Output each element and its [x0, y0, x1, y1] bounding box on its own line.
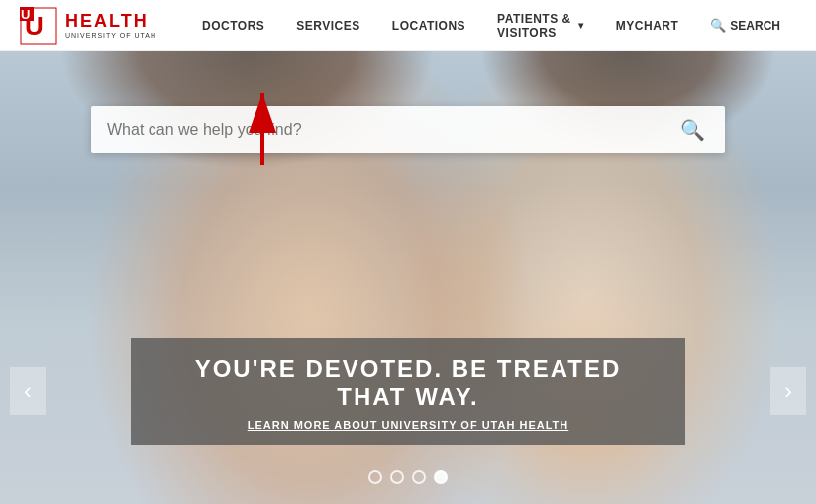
slideshow-dot-2[interactable] [390, 470, 404, 484]
search-icon: 🔍 [710, 18, 726, 33]
slideshow-next-button[interactable]: › [770, 367, 806, 415]
logo-university-label: UNIVERSITY OF UTAH [65, 32, 156, 40]
hero-title: YOU'RE DEVOTED. BE TREATED THAT WAY. [170, 355, 646, 411]
nav-item-locations[interactable]: LOCATIONS [376, 0, 481, 51]
slideshow-dot-3[interactable] [412, 470, 426, 484]
svg-text:U: U [21, 7, 30, 22]
search-bar: 🔍 [91, 106, 725, 153]
nav-item-doctors[interactable]: DOCTORS [186, 0, 280, 51]
logo[interactable]: U U HEALTH UNIVERSITY OF UTAH [20, 7, 156, 45]
slideshow-prev-button[interactable]: ‹ [10, 367, 46, 415]
logo-text: HEALTH UNIVERSITY OF UTAH [65, 12, 156, 39]
next-arrow-icon: › [784, 377, 792, 405]
logo-u-icon: U U [20, 7, 57, 45]
search-input[interactable] [107, 121, 676, 139]
nav-item-patients[interactable]: PATIENTS & VISITORS ▾ [481, 0, 600, 51]
nav-search-button[interactable]: 🔍 SEARCH [694, 18, 796, 33]
search-submit-button[interactable]: 🔍 [676, 114, 709, 146]
slideshow-dot-1[interactable] [368, 470, 382, 484]
search-container: 🔍 [91, 106, 725, 153]
slideshow-dots [368, 470, 448, 484]
hero-section: 🔍 YOU'RE DEVOTED. BE TREATED THAT WAY. L… [0, 51, 816, 504]
slideshow-dot-4[interactable] [434, 470, 448, 484]
patients-dropdown-icon: ▾ [578, 20, 584, 31]
hero-learn-more-link[interactable]: LEARN MORE ABOUT UNIVERSITY OF UTAH HEAL… [170, 419, 646, 431]
main-nav: DOCTORS SERVICES LOCATIONS PATIENTS & VI… [186, 0, 796, 51]
logo-health-label: HEALTH [65, 12, 156, 32]
header: U U HEALTH UNIVERSITY OF UTAH DOCTORS SE… [0, 0, 816, 51]
prev-arrow-icon: ‹ [24, 377, 32, 405]
nav-item-services[interactable]: SERVICES [280, 0, 375, 51]
search-submit-icon: 🔍 [680, 119, 705, 141]
hero-caption: YOU'RE DEVOTED. BE TREATED THAT WAY. LEA… [131, 338, 685, 445]
nav-item-mychart[interactable]: MYCHART [600, 0, 695, 51]
